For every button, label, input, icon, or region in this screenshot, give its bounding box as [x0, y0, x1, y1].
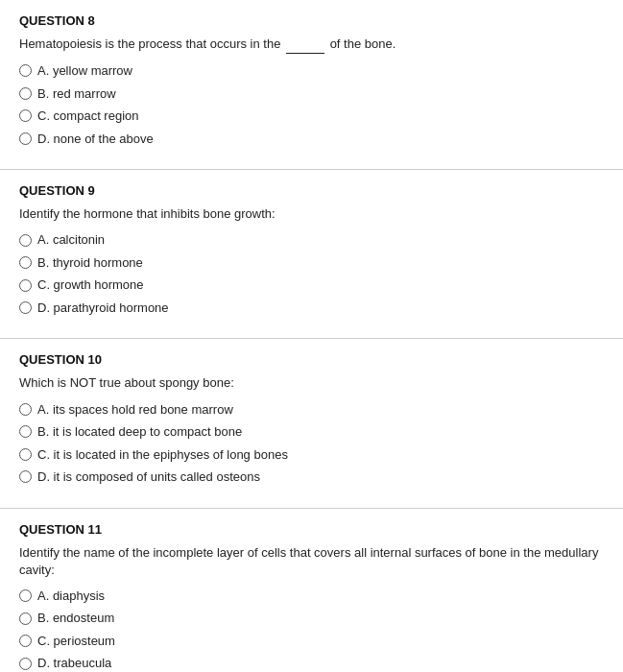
radio-q8-d[interactable] [19, 132, 32, 145]
question-11-text-content: Identify the name of the incomplete laye… [19, 545, 598, 577]
question-11-option-b[interactable]: B. endosteum [19, 609, 604, 628]
question-8-option-b[interactable]: B. red marrow [19, 84, 604, 104]
question-10-option-d[interactable]: D. it is composed of units called osteon… [19, 468, 604, 487]
question-11-text: Identify the name of the incomplete laye… [19, 544, 604, 579]
question-8-option-c[interactable]: C. compact region [19, 107, 604, 126]
question-9-text: Identify the hormone that inhibits bone … [19, 205, 604, 223]
question-9-option-a[interactable]: A. calcitonin [19, 230, 604, 250]
question-9-block: QUESTION 9 Identify the hormone that inh… [0, 170, 623, 339]
question-11-options: A. diaphysis B. endosteum C. periosteum … [19, 587, 604, 672]
question-8-text: Hematopoiesis is the process that occurs… [19, 36, 604, 54]
question-9-option-c[interactable]: C. growth hormone [19, 276, 604, 295]
question-9-option-d[interactable]: D. parathyroid hormone [19, 299, 604, 318]
question-11-option-b-label: B. endosteum [37, 609, 114, 628]
question-8-text-part1: Hematopoiesis is the process that occurs… [19, 36, 284, 51]
question-9-header: QUESTION 9 [19, 183, 604, 198]
radio-q8-b[interactable] [19, 87, 32, 100]
question-8-option-d[interactable]: D. none of the above [19, 130, 604, 149]
question-10-option-c-label: C. it is located in the epiphyses of lon… [37, 445, 288, 465]
question-10-options: A. its spaces hold red bone marrow B. it… [19, 400, 604, 487]
radio-q9-a[interactable] [19, 234, 32, 247]
radio-q8-c[interactable] [19, 109, 32, 122]
question-8-header: QUESTION 8 [19, 13, 604, 28]
question-10-text: Which is NOT true about spongy bone: [19, 374, 604, 392]
radio-q11-d[interactable] [19, 658, 32, 670]
question-11-option-c-label: C. periosteum [37, 632, 115, 651]
page: QUESTION 8 Hematopoiesis is the process … [0, 0, 623, 672]
question-10-option-a[interactable]: A. its spaces hold red bone marrow [19, 400, 604, 420]
question-8-option-b-label: B. red marrow [37, 84, 116, 104]
radio-q10-d[interactable] [19, 470, 32, 483]
question-11-option-c[interactable]: C. periosteum [19, 632, 604, 651]
question-10-option-a-label: A. its spaces hold red bone marrow [37, 400, 233, 420]
question-8-text-part2: of the bone. [326, 36, 395, 51]
question-10-option-c[interactable]: C. it is located in the epiphyses of lon… [19, 445, 604, 465]
question-9-option-b-label: B. thyroid hormone [37, 253, 143, 273]
radio-q11-b[interactable] [19, 612, 32, 625]
question-10-block: QUESTION 10 Which is NOT true about spon… [0, 339, 623, 508]
question-10-option-b[interactable]: B. it is located deep to compact bone [19, 422, 604, 442]
radio-q9-d[interactable] [19, 301, 32, 314]
radio-q10-a[interactable] [19, 403, 32, 416]
radio-q9-c[interactable] [19, 279, 32, 292]
question-9-option-c-label: C. growth hormone [37, 276, 144, 295]
radio-q10-b[interactable] [19, 425, 32, 438]
radio-q9-b[interactable] [19, 256, 32, 269]
question-11-option-a[interactable]: A. diaphysis [19, 587, 604, 606]
question-8-block: QUESTION 8 Hematopoiesis is the process … [0, 0, 623, 170]
question-10-text-content: Which is NOT true about spongy bone: [19, 375, 234, 390]
question-10-option-d-label: D. it is composed of units called osteon… [37, 468, 260, 487]
question-10-header: QUESTION 10 [19, 352, 604, 367]
question-9-options: A. calcitonin B. thyroid hormone C. grow… [19, 230, 604, 317]
radio-q10-c[interactable] [19, 448, 32, 461]
radio-q11-a[interactable] [19, 589, 32, 602]
question-9-text-content: Identify the hormone that inhibits bone … [19, 206, 276, 221]
question-10-option-b-label: B. it is located deep to compact bone [37, 422, 242, 442]
question-11-block: QUESTION 11 Identify the name of the inc… [0, 509, 623, 672]
question-8-option-a-label: A. yellow marrow [37, 61, 132, 81]
radio-q8-a[interactable] [19, 64, 32, 77]
question-11-header: QUESTION 11 [19, 522, 604, 537]
question-9-option-d-label: D. parathyroid hormone [37, 299, 169, 318]
question-8-option-d-label: D. none of the above [37, 130, 154, 149]
question-8-option-c-label: C. compact region [37, 107, 139, 126]
question-8-blank [286, 36, 324, 54]
question-8-options: A. yellow marrow B. red marrow C. compac… [19, 61, 604, 148]
question-11-option-a-label: A. diaphysis [37, 587, 105, 606]
radio-q11-c[interactable] [19, 635, 32, 647]
question-11-option-d[interactable]: D. trabeucula [19, 654, 604, 672]
question-8-option-a[interactable]: A. yellow marrow [19, 61, 604, 81]
question-9-option-a-label: A. calcitonin [37, 230, 105, 250]
question-9-option-b[interactable]: B. thyroid hormone [19, 253, 604, 273]
question-11-option-d-label: D. trabeucula [37, 654, 111, 672]
